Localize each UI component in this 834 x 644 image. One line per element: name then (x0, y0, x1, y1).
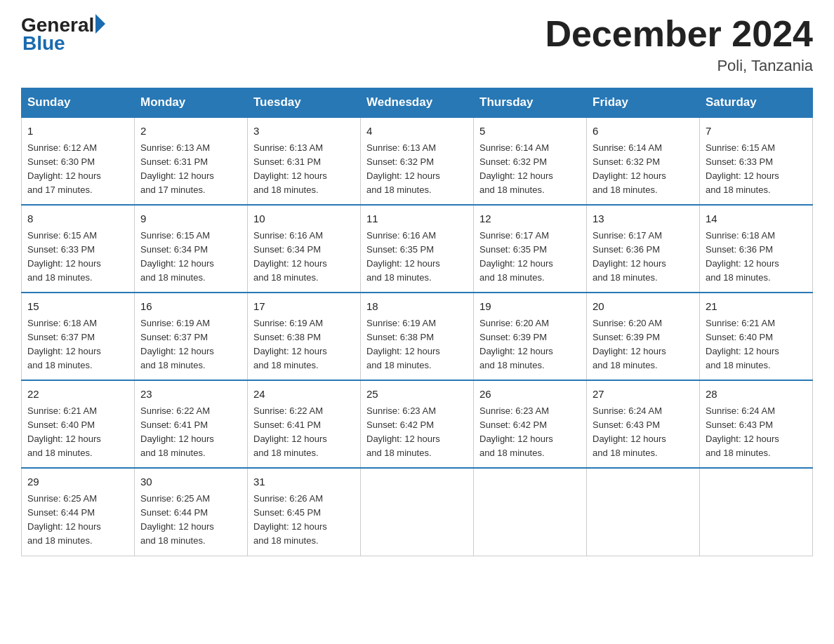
day-info: Sunrise: 6:13 AMSunset: 6:31 PMDaylight:… (253, 141, 355, 198)
day-number: 23 (140, 387, 241, 403)
day-cell-12: 12Sunrise: 6:17 AMSunset: 6:35 PMDayligh… (474, 205, 587, 293)
day-cell-17: 17Sunrise: 6:19 AMSunset: 6:38 PMDayligh… (248, 293, 361, 380)
empty-cell (700, 468, 813, 556)
week-row-3: 15Sunrise: 6:18 AMSunset: 6:37 PMDayligh… (22, 293, 813, 380)
day-info: Sunrise: 6:20 AMSunset: 6:39 PMDaylight:… (479, 316, 581, 373)
week-row-1: 1Sunrise: 6:12 AMSunset: 6:30 PMDaylight… (22, 117, 813, 205)
day-number: 18 (366, 299, 468, 315)
logo: General Blue (21, 14, 105, 55)
day-info: Sunrise: 6:20 AMSunset: 6:39 PMDaylight:… (593, 316, 694, 373)
week-row-4: 22Sunrise: 6:21 AMSunset: 6:40 PMDayligh… (22, 380, 813, 468)
day-number: 20 (593, 299, 694, 315)
logo-arrow-icon (95, 14, 105, 34)
day-info: Sunrise: 6:23 AMSunset: 6:42 PMDaylight:… (366, 404, 468, 461)
day-number: 3 (253, 123, 355, 140)
day-cell-28: 28Sunrise: 6:24 AMSunset: 6:43 PMDayligh… (700, 380, 813, 468)
day-info: Sunrise: 6:22 AMSunset: 6:41 PMDaylight:… (253, 404, 355, 461)
day-cell-16: 16Sunrise: 6:19 AMSunset: 6:37 PMDayligh… (135, 293, 248, 380)
day-cell-5: 5Sunrise: 6:14 AMSunset: 6:32 PMDaylight… (474, 117, 587, 205)
day-number: 26 (479, 387, 581, 403)
day-number: 7 (706, 123, 807, 140)
day-cell-9: 9Sunrise: 6:15 AMSunset: 6:34 PMDaylight… (135, 205, 248, 293)
day-cell-7: 7Sunrise: 6:15 AMSunset: 6:33 PMDaylight… (700, 117, 813, 205)
weekday-header-row: SundayMondayTuesdayWednesdayThursdayFrid… (22, 88, 813, 118)
day-info: Sunrise: 6:15 AMSunset: 6:33 PMDaylight:… (706, 141, 807, 198)
day-number: 22 (27, 387, 128, 403)
week-row-2: 8Sunrise: 6:15 AMSunset: 6:33 PMDaylight… (22, 205, 813, 293)
day-cell-1: 1Sunrise: 6:12 AMSunset: 6:30 PMDaylight… (22, 117, 135, 205)
day-number: 25 (366, 387, 468, 403)
day-info: Sunrise: 6:24 AMSunset: 6:43 PMDaylight:… (706, 404, 807, 461)
day-info: Sunrise: 6:21 AMSunset: 6:40 PMDaylight:… (27, 404, 128, 461)
empty-cell (361, 468, 474, 556)
day-number: 29 (27, 474, 128, 490)
day-cell-19: 19Sunrise: 6:20 AMSunset: 6:39 PMDayligh… (474, 293, 587, 380)
day-info: Sunrise: 6:19 AMSunset: 6:37 PMDaylight:… (140, 316, 241, 373)
day-info: Sunrise: 6:14 AMSunset: 6:32 PMDaylight:… (593, 141, 694, 198)
day-number: 1 (27, 123, 128, 140)
day-number: 4 (366, 123, 468, 140)
day-info: Sunrise: 6:13 AMSunset: 6:31 PMDaylight:… (140, 141, 241, 198)
day-info: Sunrise: 6:17 AMSunset: 6:35 PMDaylight:… (479, 229, 581, 286)
day-info: Sunrise: 6:18 AMSunset: 6:37 PMDaylight:… (27, 316, 128, 373)
day-cell-10: 10Sunrise: 6:16 AMSunset: 6:34 PMDayligh… (248, 205, 361, 293)
day-number: 9 (140, 211, 241, 227)
day-cell-25: 25Sunrise: 6:23 AMSunset: 6:42 PMDayligh… (361, 380, 474, 468)
day-cell-26: 26Sunrise: 6:23 AMSunset: 6:42 PMDayligh… (474, 380, 587, 468)
day-cell-4: 4Sunrise: 6:13 AMSunset: 6:32 PMDaylight… (361, 117, 474, 205)
day-info: Sunrise: 6:25 AMSunset: 6:44 PMDaylight:… (27, 492, 128, 549)
day-info: Sunrise: 6:17 AMSunset: 6:36 PMDaylight:… (593, 229, 694, 286)
day-info: Sunrise: 6:22 AMSunset: 6:41 PMDaylight:… (140, 404, 241, 461)
weekday-header-sunday: Sunday (22, 88, 135, 118)
day-number: 21 (706, 299, 807, 315)
day-info: Sunrise: 6:24 AMSunset: 6:43 PMDaylight:… (593, 404, 694, 461)
weekday-header-wednesday: Wednesday (361, 88, 474, 118)
day-number: 28 (706, 387, 807, 403)
day-number: 8 (27, 211, 128, 227)
day-number: 24 (253, 387, 355, 403)
day-number: 2 (140, 123, 241, 140)
page-header: General Blue December 2024 Poli, Tanzani… (21, 14, 813, 75)
day-info: Sunrise: 6:19 AMSunset: 6:38 PMDaylight:… (366, 316, 468, 373)
day-cell-8: 8Sunrise: 6:15 AMSunset: 6:33 PMDaylight… (22, 205, 135, 293)
weekday-header-tuesday: Tuesday (248, 88, 361, 118)
location-text: Poli, Tanzania (545, 57, 813, 75)
day-cell-13: 13Sunrise: 6:17 AMSunset: 6:36 PMDayligh… (587, 205, 700, 293)
day-number: 19 (479, 299, 581, 315)
day-info: Sunrise: 6:18 AMSunset: 6:36 PMDaylight:… (706, 229, 807, 286)
day-number: 5 (479, 123, 581, 140)
weekday-header-saturday: Saturday (700, 88, 813, 118)
day-info: Sunrise: 6:15 AMSunset: 6:33 PMDaylight:… (27, 229, 128, 286)
day-cell-21: 21Sunrise: 6:21 AMSunset: 6:40 PMDayligh… (700, 293, 813, 380)
day-number: 30 (140, 474, 241, 490)
day-cell-18: 18Sunrise: 6:19 AMSunset: 6:38 PMDayligh… (361, 293, 474, 380)
day-cell-29: 29Sunrise: 6:25 AMSunset: 6:44 PMDayligh… (22, 468, 135, 556)
day-cell-2: 2Sunrise: 6:13 AMSunset: 6:31 PMDaylight… (135, 117, 248, 205)
empty-cell (474, 468, 587, 556)
day-number: 31 (253, 474, 355, 490)
weekday-header-monday: Monday (135, 88, 248, 118)
day-number: 17 (253, 299, 355, 315)
day-info: Sunrise: 6:21 AMSunset: 6:40 PMDaylight:… (706, 316, 807, 373)
weekday-header-thursday: Thursday (474, 88, 587, 118)
day-cell-24: 24Sunrise: 6:22 AMSunset: 6:41 PMDayligh… (248, 380, 361, 468)
title-block: December 2024 Poli, Tanzania (545, 14, 813, 75)
day-cell-27: 27Sunrise: 6:24 AMSunset: 6:43 PMDayligh… (587, 380, 700, 468)
day-info: Sunrise: 6:12 AMSunset: 6:30 PMDaylight:… (27, 141, 128, 198)
calendar-table: SundayMondayTuesdayWednesdayThursdayFrid… (21, 88, 813, 556)
day-info: Sunrise: 6:23 AMSunset: 6:42 PMDaylight:… (479, 404, 581, 461)
day-info: Sunrise: 6:26 AMSunset: 6:45 PMDaylight:… (253, 492, 355, 549)
day-cell-30: 30Sunrise: 6:25 AMSunset: 6:44 PMDayligh… (135, 468, 248, 556)
logo-blue-text: Blue (21, 32, 65, 55)
day-cell-23: 23Sunrise: 6:22 AMSunset: 6:41 PMDayligh… (135, 380, 248, 468)
day-cell-20: 20Sunrise: 6:20 AMSunset: 6:39 PMDayligh… (587, 293, 700, 380)
empty-cell (587, 468, 700, 556)
day-cell-11: 11Sunrise: 6:16 AMSunset: 6:35 PMDayligh… (361, 205, 474, 293)
day-number: 27 (593, 387, 694, 403)
day-number: 11 (366, 211, 468, 227)
day-number: 14 (706, 211, 807, 227)
weekday-header-friday: Friday (587, 88, 700, 118)
day-info: Sunrise: 6:14 AMSunset: 6:32 PMDaylight:… (479, 141, 581, 198)
day-info: Sunrise: 6:16 AMSunset: 6:34 PMDaylight:… (253, 229, 355, 286)
day-info: Sunrise: 6:19 AMSunset: 6:38 PMDaylight:… (253, 316, 355, 373)
